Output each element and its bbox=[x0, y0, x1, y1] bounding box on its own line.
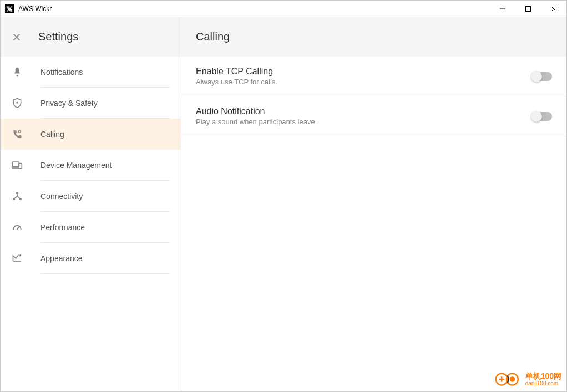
watermark-line2: danji100.com bbox=[525, 380, 561, 386]
svg-point-11 bbox=[16, 192, 18, 194]
svg-point-20 bbox=[509, 376, 515, 382]
setting-title: Enable TCP Calling bbox=[196, 67, 277, 77]
watermark: 单机100网 danji100.com bbox=[495, 371, 561, 388]
settings-list: Enable TCP Calling Always use TCP for ca… bbox=[181, 57, 566, 136]
sidebar-item-connectivity[interactable]: Connectivity bbox=[1, 181, 181, 212]
sidebar-item-label: Appearance bbox=[40, 254, 83, 263]
sidebar-item-label: Device Management bbox=[40, 161, 112, 170]
devices-icon bbox=[12, 160, 23, 171]
setting-desc: Always use TCP for calls. bbox=[196, 78, 277, 86]
titlebar-left: AWS Wickr bbox=[1, 4, 52, 13]
sidebar-item-privacy[interactable]: Privacy & Safety bbox=[1, 88, 181, 119]
svg-point-7 bbox=[18, 130, 21, 133]
setting-audio-notification: Audio Notification Play a sound when par… bbox=[181, 96, 566, 136]
setting-text: Enable TCP Calling Always use TCP for ca… bbox=[196, 67, 277, 86]
setting-enable-tcp-calling: Enable TCP Calling Always use TCP for ca… bbox=[181, 57, 566, 96]
svg-point-6 bbox=[16, 102, 18, 104]
hub-icon bbox=[12, 191, 23, 202]
watermark-text: 单机100网 danji100.com bbox=[525, 372, 561, 386]
sidebar-header: Settings bbox=[1, 17, 181, 57]
minimize-button[interactable] bbox=[490, 1, 515, 17]
sidebar: Settings Notifications Privacy & Safety bbox=[1, 17, 181, 391]
sidebar-item-notifications[interactable]: Notifications bbox=[1, 57, 181, 88]
app-body: Settings Notifications Privacy & Safety bbox=[1, 17, 566, 391]
sidebar-item-appearance[interactable]: Appearance bbox=[1, 243, 181, 274]
appearance-icon bbox=[12, 253, 23, 264]
svg-rect-8 bbox=[13, 162, 19, 166]
app-icon bbox=[5, 4, 14, 13]
divider bbox=[40, 273, 170, 274]
setting-text: Audio Notification Play a sound when par… bbox=[196, 106, 317, 126]
phone-settings-icon bbox=[12, 129, 23, 140]
sidebar-title: Settings bbox=[38, 30, 78, 43]
sidebar-item-device-management[interactable]: Device Management bbox=[1, 150, 181, 181]
sidebar-item-label: Notifications bbox=[40, 68, 83, 77]
titlebar-controls bbox=[490, 1, 566, 17]
window-titlebar: AWS Wickr bbox=[1, 1, 566, 17]
shield-icon bbox=[12, 98, 23, 109]
toggle-handle bbox=[531, 111, 542, 122]
toggle-tcp-calling[interactable] bbox=[532, 72, 552, 81]
sidebar-list: Notifications Privacy & Safety Calling bbox=[1, 57, 181, 274]
content-header: Calling bbox=[181, 17, 566, 57]
content-panel: Calling Enable TCP Calling Always use TC… bbox=[181, 17, 566, 391]
watermark-line1: 单机100网 bbox=[525, 372, 561, 380]
sidebar-item-calling[interactable]: Calling bbox=[1, 119, 181, 150]
close-window-button[interactable] bbox=[541, 1, 566, 17]
toggle-audio-notification[interactable] bbox=[532, 112, 552, 121]
setting-title: Audio Notification bbox=[196, 106, 317, 116]
setting-desc: Play a sound when participants leave. bbox=[196, 118, 317, 126]
svg-rect-1 bbox=[526, 6, 531, 11]
watermark-logo-icon bbox=[495, 371, 522, 388]
sidebar-item-label: Performance bbox=[40, 223, 85, 232]
bell-icon bbox=[12, 67, 23, 78]
toggle-handle bbox=[531, 71, 542, 82]
app-title: AWS Wickr bbox=[18, 5, 52, 13]
close-settings-icon[interactable] bbox=[12, 32, 22, 42]
maximize-button[interactable] bbox=[515, 1, 541, 17]
sidebar-item-performance[interactable]: Performance bbox=[1, 212, 181, 243]
content-title: Calling bbox=[196, 30, 230, 43]
sidebar-item-label: Calling bbox=[40, 130, 64, 139]
speedometer-icon bbox=[12, 222, 23, 233]
svg-line-14 bbox=[17, 227, 19, 229]
sidebar-item-label: Connectivity bbox=[40, 192, 83, 201]
sidebar-item-label: Privacy & Safety bbox=[40, 99, 98, 108]
